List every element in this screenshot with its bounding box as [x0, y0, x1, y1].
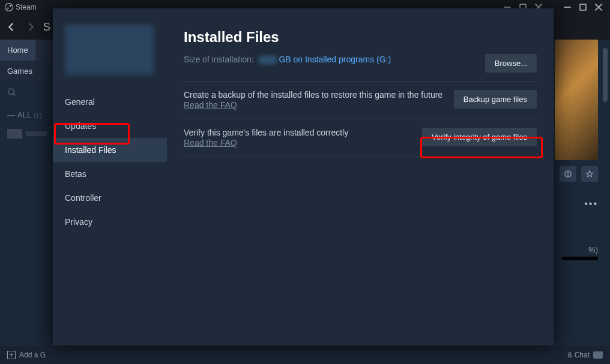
properties-sidebar: General Updates Installed Files Betas Co… [53, 8, 167, 345]
bottom-bar: + Add a G & Chat [0, 346, 610, 364]
size-path-link[interactable]: GB on Installed programs (G:) [277, 55, 391, 64]
svg-rect-8 [580, 4, 586, 10]
friends-chat-label[interactable]: & Chat [567, 351, 590, 359]
size-value-redacted [259, 56, 277, 64]
game-thumbnail [7, 129, 22, 139]
add-game-button[interactable]: + Add a G [7, 351, 46, 359]
library-game-item[interactable] [0, 124, 54, 143]
tab-home[interactable]: Home [0, 40, 35, 61]
svg-line-12 [13, 94, 15, 95]
achievement-percent: %) [555, 245, 598, 254]
close-button-outer[interactable] [592, 1, 605, 14]
svg-marker-16 [587, 171, 593, 177]
verify-section: Verify this game's files are installed c… [184, 119, 537, 157]
nav-forward-button[interactable] [24, 20, 37, 34]
nav-back-button[interactable] [5, 20, 18, 34]
svg-point-1 [10, 5, 11, 7]
sidebar-item-updates[interactable]: Updates [53, 114, 167, 138]
page-scrollbar[interactable] [603, 48, 608, 336]
minimize-button-outer[interactable] [561, 1, 574, 14]
svg-point-11 [8, 89, 14, 94]
info-button[interactable] [560, 166, 576, 182]
library-left-column: Home Games — ALL (1) [0, 40, 54, 364]
achievement-bar [562, 257, 598, 260]
add-game-label: Add a G [19, 351, 46, 359]
sidebar-item-controller[interactable]: Controller [53, 186, 167, 210]
steam-logo: Steam [5, 3, 37, 11]
game-properties-dialog: General Updates Installed Files Betas Co… [53, 8, 554, 345]
plus-icon: + [7, 351, 16, 359]
backup-button[interactable]: Backup game files [454, 90, 537, 109]
game-name-redacted [26, 131, 47, 136]
all-count: (1) [34, 112, 41, 119]
game-detail-panel: ••• %) [555, 40, 598, 351]
sidebar-item-general[interactable]: General [53, 90, 167, 114]
app-name: Steam [16, 3, 37, 11]
svg-point-0 [5, 4, 13, 11]
tab-games[interactable]: Games [0, 61, 54, 82]
nav-store-label[interactable]: S [43, 21, 50, 34]
properties-body: Installed Files Size of installation: GB… [167, 8, 554, 345]
more-menu[interactable]: ••• [555, 198, 598, 209]
friends-icon[interactable] [593, 351, 603, 359]
verify-faq-link[interactable]: Read the FAQ [184, 138, 237, 148]
all-label: ALL [17, 110, 31, 119]
sidebar-item-betas[interactable]: Betas [53, 162, 167, 186]
game-title-redacted [65, 24, 154, 74]
page-title: Installed Files [184, 29, 537, 46]
library-all-collapse[interactable]: — ALL (1) [0, 106, 54, 124]
sidebar-item-installed-files[interactable]: Installed Files [53, 138, 167, 162]
verify-text: Verify this game's files are installed c… [184, 128, 411, 137]
sidebar-item-privacy[interactable]: Privacy [53, 210, 167, 234]
favorite-button[interactable] [581, 166, 598, 182]
backup-faq-link[interactable]: Read the FAQ [184, 100, 237, 110]
backup-section: Create a backup of the installed files t… [184, 82, 537, 119]
svg-point-15 [567, 172, 568, 173]
size-section: Size of installation: GB on Installed pr… [184, 46, 537, 82]
maximize-button-outer[interactable] [576, 1, 590, 14]
verify-button[interactable]: Verify integrity of game files [422, 128, 537, 146]
svg-point-2 [7, 7, 9, 9]
library-search[interactable] [0, 82, 54, 106]
game-hero-art [555, 40, 598, 160]
backup-text: Create a backup of the installed files t… [184, 90, 443, 100]
dash-icon: — [7, 110, 15, 119]
size-label: Size of installation: [184, 55, 254, 64]
browse-button[interactable]: Browse... [485, 54, 537, 73]
